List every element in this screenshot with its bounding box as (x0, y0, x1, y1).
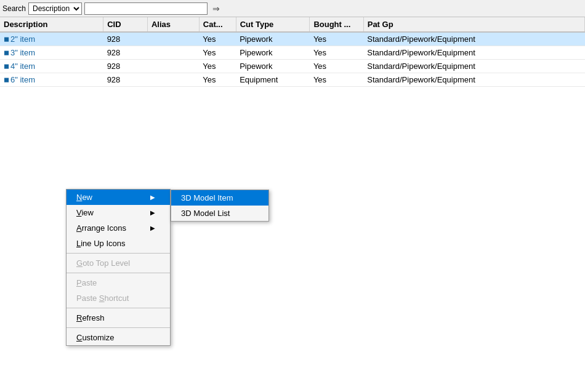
table-body: ◼2" item928YesPipeworkYesStandard/Pipewo… (0, 32, 585, 87)
cell-cat: Yes (199, 32, 236, 46)
col-header-alias[interactable]: Alias (147, 17, 199, 32)
context-menu-item-new[interactable]: New▶ (67, 190, 170, 205)
menu-item-label-customize: Customize (76, 333, 114, 342)
separator-after-paste_shortcut (67, 308, 170, 308)
cell-pat-gp: Standard/Pipework/Equipment (363, 60, 584, 73)
separator-after-goto_top_level (67, 273, 170, 273)
context-menu-item-goto_top_level: Goto Top Level (67, 255, 170, 271)
menu-item-label-paste_shortcut: Paste Shortcut (76, 294, 129, 303)
table-header-row: Description CID Alias Cat... Cut Type Bo… (0, 17, 585, 32)
context-menu-item-refresh[interactable]: Refresh (67, 310, 170, 326)
cell-bought: Yes (310, 60, 363, 73)
desc-link[interactable]: 4" item (10, 62, 35, 71)
new-label: New (76, 193, 92, 202)
separator-after-line_up_icons (67, 253, 170, 254)
col-header-cid[interactable]: CID (103, 17, 148, 32)
row-icon: ◼ (4, 62, 9, 70)
desc-link[interactable]: 2" item (10, 34, 35, 44)
desc-link[interactable]: 3" item (10, 48, 35, 57)
context-menu-new-wrapper: New▶3D Model Item3D Model List (67, 190, 170, 205)
cell-cid: 928 (103, 32, 148, 46)
cell-description: ◼2" item (0, 32, 103, 46)
cell-cut-type: Equipment (236, 73, 310, 87)
context-menu-item-customize[interactable]: Customize (67, 330, 170, 345)
search-dropdown[interactable]: Description (28, 2, 82, 15)
table-row[interactable]: ◼4" item928YesPipeworkYesStandard/Pipewo… (0, 60, 585, 73)
cell-cat: Yes (199, 60, 236, 73)
new-arrow-icon: ▶ (150, 194, 155, 201)
row-icon: ◼ (4, 49, 9, 57)
separator-after-refresh (67, 327, 170, 328)
context-menu-item-line_up_icons[interactable]: Line Up Icons (67, 236, 170, 251)
arrow-icon-arrange_icons: ▶ (150, 225, 155, 231)
cell-description: ◼4" item (0, 60, 103, 73)
context-menu-item-paste: Paste (67, 275, 170, 290)
desc-link[interactable]: 6" item (10, 75, 35, 84)
cell-bought: Yes (310, 73, 363, 87)
context-menu: New▶3D Model Item3D Model ListView▶Arran… (66, 189, 171, 346)
cell-bought: Yes (310, 32, 363, 46)
cell-cid: 928 (103, 60, 148, 73)
submenu-new: 3D Model Item3D Model List (171, 190, 269, 222)
cell-pat-gp: Standard/Pipework/Equipment (363, 46, 584, 60)
cell-cut-type: Pipework (236, 46, 310, 60)
context-menu-item-view[interactable]: View▶ (67, 205, 170, 220)
cell-alias (147, 32, 199, 46)
cell-pat-gp: Standard/Pipework/Equipment (363, 73, 584, 87)
search-label: Search (2, 4, 26, 13)
table-row[interactable]: ◼6" item928YesEquipmentYesStandard/Pipew… (0, 73, 585, 87)
arrow-icon-view: ▶ (150, 209, 155, 216)
search-arrow-icon[interactable]: ⇒ (210, 4, 222, 14)
col-header-bought[interactable]: Bought ... (310, 17, 363, 32)
menu-item-label-line_up_icons: Line Up Icons (76, 239, 126, 248)
context-menu-item-arrange_icons[interactable]: Arrange Icons▶ (67, 220, 170, 236)
menu-item-label-refresh: Refresh (76, 313, 105, 322)
col-header-cut-type[interactable]: Cut Type (236, 17, 310, 32)
cell-cut-type: Pipework (236, 60, 310, 73)
menu-item-label-view: View (76, 208, 94, 217)
menu-item-label-goto_top_level: Goto Top Level (76, 258, 130, 268)
row-icon: ◼ (4, 76, 9, 84)
main-table: Description CID Alias Cat... Cut Type Bo… (0, 17, 585, 87)
menu-item-label-arrange_icons: Arrange Icons (76, 223, 126, 233)
table-container: Description CID Alias Cat... Cut Type Bo… (0, 17, 585, 87)
search-input[interactable] (84, 2, 208, 15)
menu-item-label-paste: Paste (76, 278, 97, 287)
cell-cid: 928 (103, 73, 148, 87)
cell-pat-gp: Standard/Pipework/Equipment (363, 32, 584, 46)
cell-cut-type: Pipework (236, 32, 310, 46)
context-menu-item-paste_shortcut: Paste Shortcut (67, 290, 170, 306)
cell-alias (147, 73, 199, 87)
table-row[interactable]: ◼2" item928YesPipeworkYesStandard/Pipewo… (0, 32, 585, 46)
cell-bought: Yes (310, 46, 363, 60)
cell-cat: Yes (199, 73, 236, 87)
cell-cat: Yes (199, 46, 236, 60)
cell-alias (147, 60, 199, 73)
row-icon: ◼ (4, 35, 9, 43)
submenu-item-3d_model_item[interactable]: 3D Model Item (171, 190, 268, 206)
cell-cid: 928 (103, 46, 148, 60)
table-row[interactable]: ◼3" item928YesPipeworkYesStandard/Pipewo… (0, 46, 585, 60)
col-header-description[interactable]: Description (0, 17, 103, 32)
col-header-pat-gp[interactable]: Pat Gp (363, 17, 584, 32)
cell-alias (147, 46, 199, 60)
cell-description: ◼3" item (0, 46, 103, 60)
submenu-item-3d_model_list[interactable]: 3D Model List (171, 206, 268, 221)
toolbar: Search Description ⇒ (0, 0, 585, 17)
cell-description: ◼6" item (0, 73, 103, 87)
col-header-cat[interactable]: Cat... (199, 17, 236, 32)
